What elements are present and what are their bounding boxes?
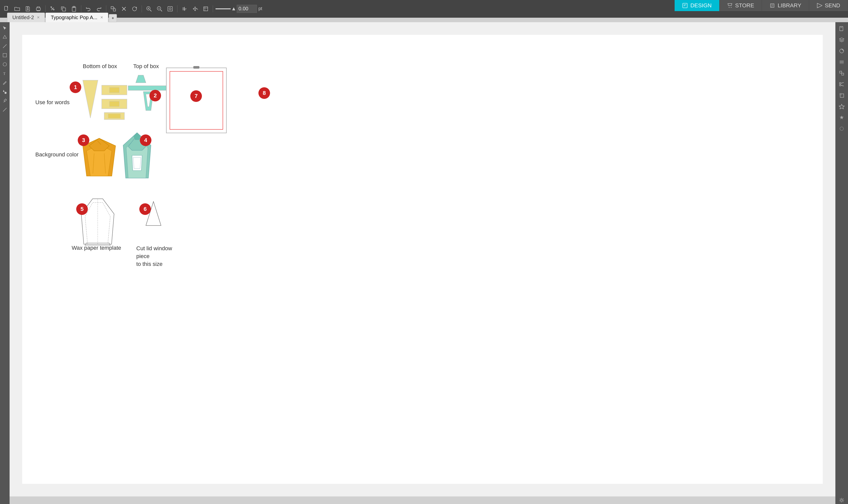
svg-rect-53 <box>108 114 121 118</box>
step-badge-2: 2 <box>149 90 161 102</box>
delete-icon[interactable] <box>119 4 128 13</box>
eyedropper-tool[interactable] <box>1 97 8 104</box>
close-tab-typographic[interactable]: × <box>101 15 103 20</box>
svg-line-11 <box>150 10 152 11</box>
toolbar-separator-6 <box>213 5 213 12</box>
svg-point-38 <box>840 83 841 84</box>
fill-icon[interactable] <box>837 47 846 55</box>
text-tool[interactable]: T <box>1 70 8 77</box>
svg-point-23 <box>731 7 731 8</box>
step-badge-8: 8 <box>259 87 270 99</box>
top-of-box-label: Top of box <box>133 63 159 70</box>
svg-rect-19 <box>204 7 208 11</box>
svg-rect-17 <box>168 6 172 11</box>
tab-send[interactable]: SEND <box>809 0 848 11</box>
svg-point-18 <box>169 8 171 10</box>
right-toolbar <box>835 22 848 504</box>
canvas-area: 1 2 3 4 5 6 7 8 Bottom of box Top of box… <box>10 22 835 497</box>
file-tab-untitled[interactable]: Untitled-2 × <box>7 13 45 22</box>
svg-marker-47 <box>83 80 98 118</box>
svg-rect-34 <box>840 60 844 61</box>
svg-rect-25 <box>3 53 6 57</box>
svg-rect-6 <box>113 9 116 11</box>
blur-icon[interactable] <box>837 124 846 133</box>
select-tool[interactable] <box>1 24 8 32</box>
svg-rect-49 <box>109 87 119 93</box>
stroke-unit-label: pt <box>259 6 262 11</box>
tab-design[interactable]: DESIGN <box>675 0 719 11</box>
svg-text:T: T <box>3 72 5 76</box>
zoom-out-icon[interactable] <box>155 4 164 13</box>
svg-line-40 <box>841 83 844 83</box>
pencil-tool[interactable] <box>1 79 8 86</box>
rotate-icon[interactable] <box>130 4 139 13</box>
svg-rect-31 <box>841 27 842 28</box>
canvas-sheet: 1 2 3 4 5 6 7 8 Bottom of box Top of box… <box>22 35 823 484</box>
svg-point-59 <box>841 499 843 501</box>
step-badge-3: 3 <box>78 134 89 146</box>
svg-line-15 <box>160 10 162 11</box>
ellipse-tool[interactable] <box>1 60 8 68</box>
svg-marker-20 <box>232 7 235 10</box>
left-toolbar: T <box>0 22 10 504</box>
effects-icon[interactable] <box>837 102 846 111</box>
svg-point-26 <box>3 62 6 66</box>
svg-rect-51 <box>109 101 119 107</box>
node-tool[interactable] <box>1 33 8 41</box>
move-icon[interactable] <box>191 4 200 13</box>
transform-panel-icon[interactable] <box>837 69 846 78</box>
svg-rect-5 <box>111 6 113 9</box>
step-badge-7: 7 <box>190 90 202 102</box>
file-tab-typographic[interactable]: Typographic Pop A... × <box>46 13 108 22</box>
svg-marker-44 <box>839 104 845 109</box>
svg-rect-36 <box>840 71 842 73</box>
svg-marker-45 <box>840 115 844 119</box>
svg-rect-2 <box>62 8 66 11</box>
settings-button[interactable] <box>835 497 848 504</box>
close-tab-untitled[interactable]: × <box>37 15 40 20</box>
bottom-of-box-label: Bottom of box <box>83 63 117 70</box>
tab-library[interactable]: LIBRARY <box>762 0 809 11</box>
preview-handle <box>193 66 199 69</box>
svg-point-9 <box>132 7 137 11</box>
svg-rect-21 <box>683 3 687 8</box>
align-icon[interactable] <box>180 4 189 13</box>
zoom-in-icon[interactable] <box>144 4 154 13</box>
page-setup-icon[interactable] <box>837 24 846 33</box>
step-badge-6: 6 <box>139 203 151 215</box>
expand-icon[interactable] <box>201 4 210 13</box>
paint-tool[interactable] <box>1 88 8 95</box>
step-badge-5: 5 <box>76 203 88 215</box>
stroke-width-input[interactable] <box>237 5 257 13</box>
svg-line-41 <box>841 85 844 86</box>
stroke-panel-icon[interactable] <box>837 57 846 67</box>
bottom-bar <box>10 497 835 504</box>
zoom-fit-icon[interactable] <box>165 4 175 13</box>
svg-rect-30 <box>840 26 843 31</box>
step-badge-1: 1 <box>70 82 81 93</box>
svg-rect-54 <box>128 86 169 90</box>
tab-store[interactable]: STORE <box>720 0 762 11</box>
crop-icon[interactable] <box>837 91 846 100</box>
use-for-words-label: Use for words <box>35 99 70 106</box>
svg-point-22 <box>729 7 729 8</box>
add-tab-button[interactable]: + <box>109 14 117 22</box>
cut-lid-label: Cut lid window pieceto this size <box>136 245 177 268</box>
shape-tool[interactable] <box>1 52 8 59</box>
nav-tabs: DESIGN STORE LIBRARY SEND <box>675 0 848 11</box>
svg-line-24 <box>3 44 6 48</box>
file-tabs: Untitled-2 × Typographic Pop A... × + <box>7 11 117 22</box>
toolbar-separator-5 <box>177 5 177 12</box>
star-effects-icon[interactable] <box>837 113 846 122</box>
background-color-label: Background color <box>35 151 78 158</box>
svg-rect-35 <box>840 63 844 64</box>
line-tool[interactable] <box>1 42 8 50</box>
svg-rect-37 <box>842 73 844 75</box>
svg-point-39 <box>840 85 841 86</box>
scissors-icon[interactable] <box>837 80 846 89</box>
svg-point-46 <box>840 127 844 130</box>
svg-rect-1 <box>36 8 40 10</box>
layers-icon[interactable] <box>837 35 846 44</box>
ruler-tool[interactable] <box>1 106 8 113</box>
svg-rect-43 <box>840 93 842 95</box>
